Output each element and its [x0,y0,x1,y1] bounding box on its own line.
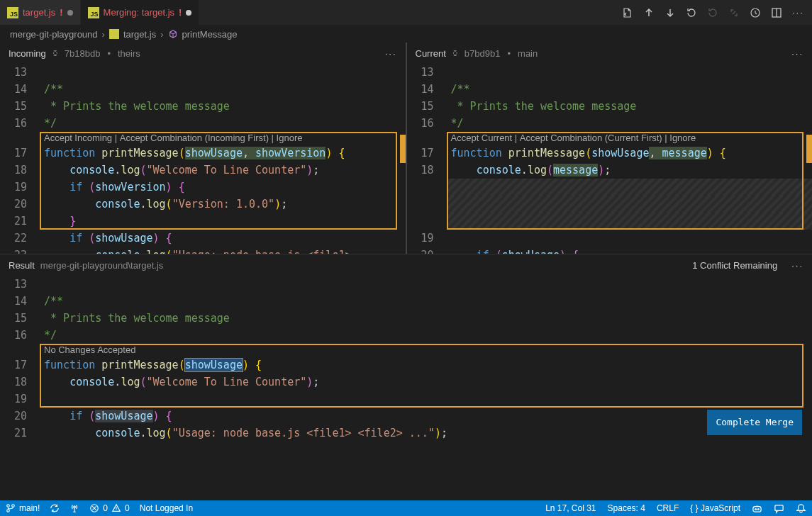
commit-icon: ⧲ [453,48,457,58]
tab-marker: ! [179,7,182,18]
revert-icon[interactable] [686,7,697,18]
current-pane: Current ⧲ b7bd9b1 • main ··· 13141516171… [407,43,813,254]
more-icon[interactable]: ··· [791,260,803,271]
branch-icon [6,503,16,513]
pane-title: Current [416,48,446,59]
svg-point-8 [755,508,757,510]
arrow-down-icon[interactable] [664,7,676,18]
split-editor-icon[interactable] [771,7,782,18]
codelens-actions[interactable]: Accept Incoming | Accept Combination (In… [40,132,406,145]
svg-point-4 [12,505,15,507]
incoming-editor[interactable]: 131415161718192021222324 /** * Prints th… [0,64,406,254]
tab-label: Merging: target.js [104,7,174,18]
link-icon-dim [728,7,740,18]
js-file-icon [109,29,119,39]
copilot-icon[interactable] [752,503,762,514]
svg-rect-10 [775,505,783,510]
breadcrumb-file[interactable]: target.js [123,29,156,40]
tab-target-js[interactable]: JS target.js ! [0,0,81,25]
conflicts-remaining[interactable]: 1 Conflict Remaining [692,260,777,271]
clock-icon[interactable] [750,7,761,18]
result-header: Result merge-git-playground\target.js 1 … [0,254,812,276]
result-editor[interactable]: 13141516171819202122 /** * Prints the we… [0,276,812,442]
tab-dirty-icon [186,10,191,16]
arrow-up-icon[interactable] [643,7,655,18]
editor-toolbar: ··· [622,7,812,18]
svg-point-3 [7,510,10,512]
error-icon [89,503,99,513]
tab-merging-target-js[interactable]: JS Merging: target.js ! [81,0,200,25]
method-icon [168,29,178,39]
more-icon[interactable]: ··· [791,48,803,59]
breadcrumb-symbol[interactable]: printMessage [182,29,238,40]
branch-name: main [518,48,538,59]
svg-point-9 [757,508,759,510]
chevron-right-icon: › [102,29,105,40]
status-branch-name: main! [19,503,40,513]
status-bar: main! 0 0 Not Logged In Ln 17, Col 31 Sp… [0,500,812,516]
svg-point-2 [7,505,10,507]
complete-merge-button[interactable]: Complete Merge [707,410,802,435]
tab-dirty-icon [67,10,73,16]
sync-icon[interactable] [50,503,60,513]
branch-name: theirs [118,48,140,59]
chevron-right-icon: › [160,29,163,40]
breadcrumb: merge-git-playground › target.js › print… [0,26,812,43]
commit-hash[interactable]: 7b18bdb [65,48,101,59]
js-file-icon: JS [7,7,18,18]
branch-sep: • [107,48,111,59]
result-path: merge-git-playground\target.js [40,260,163,271]
tab-bar: JS target.js ! JS Merging: target.js ! ·… [0,0,812,26]
svg-rect-7 [753,506,761,512]
warning-icon [111,503,121,513]
status-branch[interactable]: main! [6,503,40,513]
radio-tower-icon[interactable] [69,503,79,513]
status-eol[interactable]: CRLF [657,503,679,513]
status-spaces[interactable]: Spaces: 4 [608,503,645,513]
codelens-actions[interactable]: Accept Current | Accept Combination (Cur… [447,132,813,145]
more-icon[interactable]: ··· [385,48,397,59]
status-login[interactable]: Not Logged In [140,503,193,513]
more-icon[interactable]: ··· [792,7,803,18]
tab-marker: ! [60,7,62,18]
pane-title: Incoming [9,48,46,59]
status-encoding[interactable]: { } JavaScript [690,503,740,513]
bell-icon[interactable] [796,503,806,514]
tab-label: target.js [23,7,55,18]
current-editor[interactable]: 13141516171819202122 /** * Prints the we… [407,64,813,254]
codelens-no-changes: No Changes Accepted [40,344,812,357]
commit-hash[interactable]: b7bd9b1 [465,48,501,59]
commit-icon: ⧲ [53,48,57,58]
status-problems[interactable]: 0 0 [89,503,129,513]
status-cursor[interactable]: Ln 17, Col 31 [545,503,596,513]
revert-icon-dim [707,7,718,18]
incoming-pane: Incoming ⧲ 7b18bdb • theirs ··· 13141516… [0,43,407,254]
result-title: Result [9,260,35,271]
branch-sep: • [507,48,511,59]
breadcrumb-folder[interactable]: merge-git-playground [10,29,98,40]
js-file-icon: JS [88,7,99,18]
go-to-file-icon[interactable] [622,7,633,18]
feedback-icon[interactable] [774,503,784,514]
